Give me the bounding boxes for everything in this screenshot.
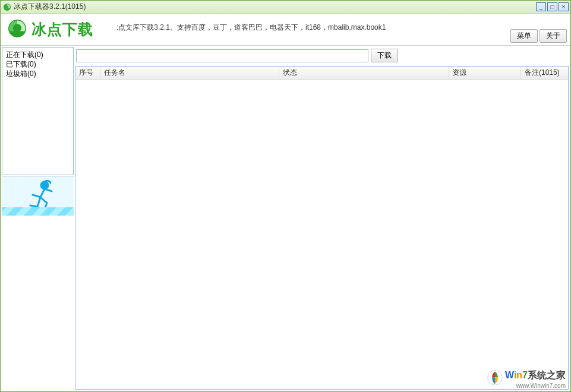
minimize-button[interactable]: _ bbox=[536, 2, 546, 11]
sidebar-item-downloading[interactable]: 正在下载(0) bbox=[6, 50, 70, 59]
col-resource[interactable]: 资源 bbox=[449, 67, 521, 79]
logo-text: 冰点下载 bbox=[31, 20, 93, 39]
sidebar-item-downloaded[interactable]: 已下载(0) bbox=[6, 59, 70, 69]
url-row: 下载 bbox=[75, 48, 569, 66]
col-status[interactable]: 状态 bbox=[279, 67, 449, 79]
table-header: 序号 任务名 状态 资源 备注(1015) bbox=[75, 67, 568, 80]
header: 冰点下载 :点文库下载3.2.1。支持百度，豆丁，道客巴巴，电器天下，it168… bbox=[1, 14, 570, 46]
app-window: 冰点下载器3.2.1(1015) _ □ × 冰点下载 :点文库下载3.2.1。… bbox=[0, 0, 571, 392]
watermark-url: www.Winwin7.com bbox=[516, 382, 566, 389]
col-note[interactable]: 备注(1015) bbox=[521, 67, 568, 79]
col-index[interactable]: 序号 bbox=[75, 67, 100, 79]
sidebar: 正在下载(0) 已下载(0) 垃圾箱(0) bbox=[1, 46, 75, 391]
url-input[interactable] bbox=[76, 49, 368, 62]
watermark-text: Win7系统之家 www.Winwin7.com bbox=[505, 369, 566, 388]
titlebar: 冰点下载器3.2.1(1015) _ □ × bbox=[1, 1, 570, 14]
ad-banner[interactable] bbox=[2, 176, 74, 216]
main-panel: 下载 序号 任务名 状态 资源 备注(1015) bbox=[75, 46, 570, 391]
col-taskname[interactable]: 任务名 bbox=[100, 67, 279, 79]
maximize-button[interactable]: □ bbox=[547, 2, 557, 11]
close-button[interactable]: × bbox=[559, 2, 569, 11]
flag-icon bbox=[487, 370, 503, 387]
content: 正在下载(0) 已下载(0) 垃圾箱(0) bbox=[1, 46, 570, 391]
logo: 冰点下载 bbox=[7, 18, 93, 41]
watermark: Win7系统之家 www.Winwin7.com bbox=[487, 369, 566, 388]
download-button[interactable]: 下载 bbox=[371, 49, 398, 62]
title-text: 冰点下载器3.2.1(1015) bbox=[14, 2, 86, 12]
sidebar-panel: 正在下载(0) 已下载(0) 垃圾箱(0) bbox=[2, 47, 74, 175]
task-list: 序号 任务名 状态 资源 备注(1015) bbox=[75, 66, 569, 390]
svg-point-2 bbox=[41, 182, 48, 189]
menu-button[interactable]: 菜单 bbox=[510, 29, 538, 43]
table-body bbox=[75, 80, 568, 389]
header-buttons: 菜单 关于 bbox=[510, 29, 567, 43]
app-icon bbox=[3, 3, 11, 11]
about-button[interactable]: 关于 bbox=[540, 29, 567, 43]
window-buttons: _ □ × bbox=[536, 2, 569, 11]
ad-stripe bbox=[2, 207, 74, 216]
logo-icon bbox=[7, 18, 28, 41]
marquee-text: :点文库下载3.2.1。支持百度，豆丁，道客巴巴，电器天下，it168，mbal… bbox=[116, 23, 386, 33]
sidebar-item-trash[interactable]: 垃圾箱(0) bbox=[6, 69, 70, 78]
